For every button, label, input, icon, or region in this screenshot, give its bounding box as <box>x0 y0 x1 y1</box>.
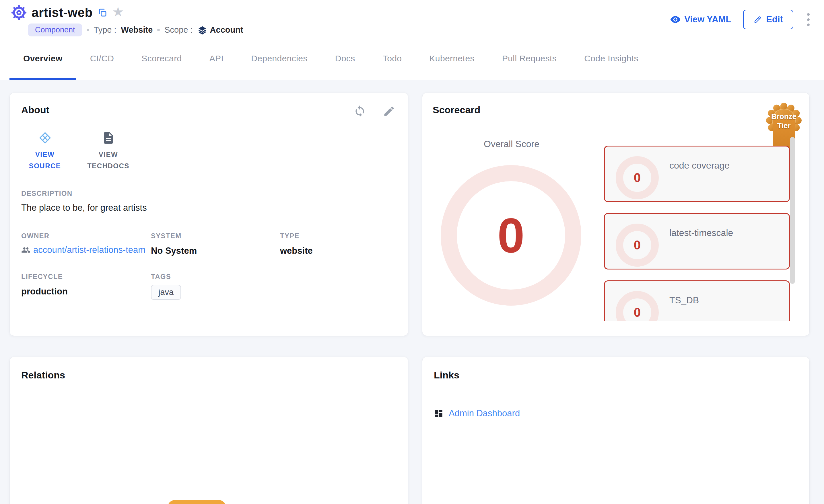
tab-api[interactable]: API <box>196 37 237 80</box>
pencil-icon <box>753 15 762 24</box>
page-title: artist-web <box>31 5 93 20</box>
system-label: SYSTEM <box>151 232 280 240</box>
about-card: About <box>9 93 408 336</box>
relations-card-title: Relations <box>21 370 397 381</box>
view-source-label: VIEW SOURCE <box>21 149 69 172</box>
view-yaml-label: View YAML <box>684 14 731 25</box>
relations-graph-node[interactable] <box>168 500 226 504</box>
owner-entity-link[interactable]: account/artist-relations-team <box>33 244 145 256</box>
score-item-ts-db[interactable]: 0 TS_DB <box>604 280 790 321</box>
edit-about-pencil-icon[interactable] <box>383 105 395 118</box>
score-item-label: TS_DB <box>670 295 699 305</box>
scope-label: Scope : <box>165 25 193 35</box>
tab-dependencies[interactable]: Dependencies <box>237 37 321 80</box>
source-diamond-icon <box>38 131 52 145</box>
tab-kubernetes[interactable]: Kubernetes <box>415 37 488 80</box>
dot-separator <box>87 29 89 31</box>
header-entity-block: artist-web ★ Component Type : Website Sc… <box>11 5 243 36</box>
view-yaml-button[interactable]: View YAML <box>670 14 731 25</box>
lifecycle-value: production <box>21 286 151 297</box>
component-gear-icon <box>11 5 27 21</box>
lifecycle-field: LIFECYCLE production <box>21 273 151 300</box>
description-value: The place to be, for great artists <box>21 203 397 213</box>
scorecard-card: Scorecard <box>422 93 810 336</box>
type-field-label: TYPE <box>280 232 397 240</box>
system-field: SYSTEM No System <box>151 232 280 256</box>
view-techdocs-label: VIEW TECHDOCS <box>85 149 132 172</box>
score-item-label: code coverage <box>670 160 730 171</box>
type-value: Website <box>121 25 153 35</box>
group-icon <box>21 245 30 255</box>
tab-docs[interactable]: Docs <box>321 37 369 80</box>
tab-overview[interactable]: Overview <box>9 37 76 80</box>
tags-label: TAGS <box>151 273 280 281</box>
overall-score-label: Overall Score <box>433 139 591 149</box>
tab-code-insights[interactable]: Code Insights <box>571 37 652 80</box>
score-item-value: 0 <box>634 238 641 252</box>
edit-button[interactable]: Edit <box>743 10 793 29</box>
techdocs-document-icon <box>102 131 115 145</box>
link-row: Admin Dashboard <box>434 408 798 418</box>
links-card-title: Links <box>434 370 798 381</box>
entity-meta-row: Component Type : Website Scope : Account <box>28 23 243 36</box>
about-card-title: About <box>21 104 397 116</box>
score-item-gauge: 0 <box>616 156 659 199</box>
type-field-value: website <box>280 246 397 256</box>
tab-scorecard[interactable]: Scorecard <box>128 37 195 80</box>
system-value: No System <box>151 246 280 256</box>
eye-icon <box>670 14 681 25</box>
tags-field: TAGS java <box>151 273 280 300</box>
tag-chip-java[interactable]: java <box>151 285 181 300</box>
lifecycle-label: LIFECYCLE <box>21 273 151 281</box>
scope-value: Account <box>210 25 243 35</box>
tab-cicd[interactable]: CI/CD <box>76 37 128 80</box>
overall-score-gauge: 0 <box>441 165 581 305</box>
entity-tabbar: Overview CI/CD Scorecard API Dependencie… <box>0 37 824 80</box>
page-header: artist-web ★ Component Type : Website Sc… <box>0 0 824 37</box>
view-source-link[interactable]: VIEW SOURCE <box>21 131 69 172</box>
more-options-kebab-icon[interactable] <box>805 11 811 28</box>
admin-dashboard-link[interactable]: Admin Dashboard <box>449 408 520 418</box>
score-item-gauge: 0 <box>616 291 659 321</box>
type-label: Type : <box>94 25 116 35</box>
tab-todo[interactable]: Todo <box>369 37 416 80</box>
overall-score-value: 0 <box>498 207 525 263</box>
owner-label: OWNER <box>21 232 151 240</box>
badge-tier-text: Bronze Tier <box>762 112 805 130</box>
scorecard-card-title: Scorecard <box>433 104 799 116</box>
kind-chip[interactable]: Component <box>28 23 82 36</box>
score-item-value: 0 <box>634 170 641 185</box>
score-item-code-coverage[interactable]: 0 code coverage <box>604 146 790 202</box>
scorecard-scrollbar[interactable] <box>790 137 795 284</box>
owner-field: OWNER account/artist-relations-team <box>21 232 151 256</box>
refresh-icon[interactable] <box>353 105 366 118</box>
score-item-label: latest-timescale <box>670 228 733 238</box>
scorecard-items-list[interactable]: 0 code coverage 0 latest-timescale 0 TS_… <box>604 146 790 321</box>
relations-card: Relations <box>9 357 408 504</box>
view-techdocs-link[interactable]: VIEW TECHDOCS <box>85 131 132 172</box>
favorite-star-icon[interactable]: ★ <box>112 5 124 18</box>
score-item-gauge: 0 <box>616 224 659 267</box>
copy-entity-name-icon[interactable] <box>97 7 108 18</box>
dot-separator <box>157 29 160 31</box>
edit-button-label: Edit <box>766 14 783 25</box>
score-item-value: 0 <box>634 305 641 320</box>
links-card: Links Admin Dashboard <box>422 357 810 504</box>
description-label: DESCRIPTION <box>21 190 397 198</box>
dashboard-icon <box>434 408 443 418</box>
tab-pull-requests[interactable]: Pull Requests <box>488 37 571 80</box>
type-field: TYPE website <box>280 232 397 256</box>
score-item-latest-timescale[interactable]: 0 latest-timescale <box>604 213 790 269</box>
layers-icon <box>197 25 207 35</box>
